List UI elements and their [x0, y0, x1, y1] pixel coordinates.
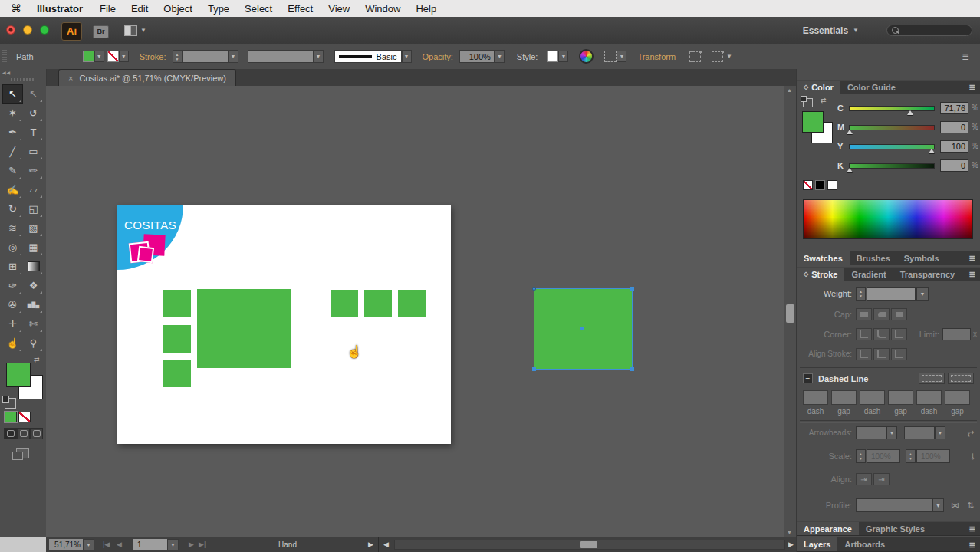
tool-direct-selection[interactable]: ↖	[23, 84, 44, 104]
tab-layers[interactable]: Layers	[797, 537, 837, 551]
minimize-window-button[interactable]	[23, 25, 32, 34]
tool-magic-wand[interactable]: ✶	[2, 104, 23, 123]
swap-arrowheads-icon[interactable]: ⇄	[967, 429, 974, 439]
tool-hand[interactable]: ☝	[2, 334, 23, 353]
tool-zoom[interactable]: ⚲	[23, 334, 44, 353]
workspace-switcher[interactable]: Essentials ▼	[803, 25, 859, 36]
menu-effect[interactable]: Effect	[280, 3, 321, 15]
align-stroke-inside-button[interactable]	[873, 348, 890, 360]
next-artboard-button[interactable]: ▶	[189, 540, 194, 548]
status-expand-icon[interactable]: ▶	[368, 540, 373, 548]
profile-select[interactable]	[856, 498, 932, 512]
chevron-down-icon[interactable]: ▼	[932, 498, 944, 512]
green-square[interactable]	[364, 290, 392, 317]
toolbar-grip[interactable]	[11, 78, 35, 80]
align-arrow-end-button[interactable]: ⇥	[873, 473, 890, 485]
scroll-left-icon[interactable]: ◀	[383, 540, 389, 548]
chevron-down-icon[interactable]: ▼	[886, 426, 897, 439]
stepper-down-icon[interactable]: ▼	[859, 456, 863, 461]
yellow-value-input[interactable]: 100	[940, 140, 968, 153]
menu-object[interactable]: Object	[156, 3, 200, 15]
align-stroke-outside-button[interactable]	[891, 348, 907, 360]
stroke-none-swatch[interactable]	[107, 51, 119, 62]
logo-magenta-square[interactable]	[137, 246, 154, 263]
align-options-control[interactable]: ▼	[704, 51, 732, 62]
chevron-down-icon[interactable]: ▼	[935, 426, 945, 439]
brush-definition-value[interactable]: Basic	[334, 50, 402, 63]
current-tool-status[interactable]: Hand	[230, 540, 345, 549]
transform-panel-link[interactable]: Transform	[637, 52, 676, 61]
panel-menu-icon[interactable]: ≣	[969, 254, 975, 262]
tool-line-segment[interactable]: ╱	[2, 142, 23, 161]
scale-end-input[interactable]: 100%	[916, 449, 950, 463]
cyan-slider[interactable]	[849, 106, 935, 111]
chevron-down-icon[interactable]: ▼	[558, 51, 568, 62]
gap-input[interactable]	[831, 390, 857, 405]
tool-shape-builder[interactable]: ◎	[2, 238, 23, 257]
tab-stroke[interactable]: ◇ Stroke	[797, 268, 844, 281]
zoom-window-button[interactable]	[40, 25, 49, 34]
panel-menu-icon[interactable]: ≣	[969, 270, 975, 278]
green-rectangle-large[interactable]	[197, 289, 291, 368]
menu-window[interactable]: Window	[357, 3, 408, 15]
tool-scale[interactable]: ◱	[23, 199, 44, 219]
menu-view[interactable]: View	[321, 3, 357, 15]
tool-perspective-grid[interactable]: ▦	[23, 238, 44, 257]
stroke-panel-link[interactable]: Stroke:	[140, 52, 166, 61]
tool-artboard[interactable]: ✛	[2, 314, 23, 334]
black-slider[interactable]	[849, 163, 935, 169]
vertical-scrollbar[interactable]: ▲ ▼	[784, 86, 796, 537]
stepper-down-icon[interactable]: ▼	[909, 456, 913, 461]
magenta-slider-thumb[interactable]	[847, 130, 853, 134]
brush-definition-control[interactable]: Basic ▼	[334, 50, 412, 63]
cyan-slider-thumb[interactable]	[907, 110, 913, 115]
select-similar-icon[interactable]	[604, 51, 617, 62]
opacity-value[interactable]: 100%	[459, 50, 495, 63]
yellow-slider-thumb[interactable]	[929, 149, 935, 153]
width-profile-value[interactable]	[248, 50, 314, 63]
gap-input[interactable]	[945, 390, 970, 405]
chevron-down-icon[interactable]: ▼	[94, 51, 104, 62]
dash-input[interactable]	[916, 390, 942, 405]
scale-end-stepper[interactable]: ▲ ▼	[906, 449, 916, 463]
projecting-cap-button[interactable]	[891, 308, 907, 320]
tab-color-guide[interactable]: Color Guide	[840, 80, 903, 94]
tab-graphic-styles[interactable]: Graphic Styles	[859, 522, 932, 535]
green-square[interactable]	[163, 325, 191, 353]
butt-cap-button[interactable]	[856, 308, 872, 320]
previous-artboard-button[interactable]: ◀	[117, 540, 122, 548]
flip-along-icon[interactable]: ⇅	[967, 501, 974, 511]
scale-start-stepper[interactable]: ▲ ▼	[856, 449, 866, 463]
magenta-value-input[interactable]: 0	[940, 121, 968, 133]
scroll-up-icon[interactable]: ▲	[787, 87, 792, 93]
arrowhead-end-select[interactable]	[904, 426, 935, 439]
scroll-down-icon[interactable]: ▼	[787, 530, 792, 535]
chevron-down-icon[interactable]: ▼	[495, 50, 505, 63]
scale-start-input[interactable]: 100%	[867, 449, 900, 463]
chevron-down-icon[interactable]: ▼	[229, 50, 238, 63]
color-spectrum-bar[interactable]	[803, 199, 973, 239]
tool-pencil[interactable]: ✏	[23, 161, 44, 180]
stroke-weight-stepper[interactable]: ▲ ▼	[173, 50, 183, 63]
panel-menu-icon[interactable]: ≣	[969, 83, 975, 91]
flip-across-icon[interactable]: ⋈	[951, 501, 959, 511]
align-icon[interactable]	[712, 51, 723, 62]
tool-blend[interactable]: ❖	[23, 276, 44, 295]
yellow-slider[interactable]	[849, 144, 935, 150]
opacity-control[interactable]: 100% ▼	[459, 50, 505, 63]
tool-lasso[interactable]: ↺	[23, 104, 44, 123]
recolor-artwork-icon[interactable]	[579, 49, 594, 64]
apple-logo-icon[interactable]: ⌘	[11, 2, 21, 15]
isolate-selected-object-icon[interactable]	[689, 51, 701, 62]
tab-swatches[interactable]: Swatches	[797, 251, 850, 264]
selection-handle[interactable]	[630, 367, 634, 371]
collapse-panel-icon[interactable]: ◇	[804, 271, 808, 278]
chevron-down-icon[interactable]: ▼	[119, 51, 129, 62]
black-swatch[interactable]	[815, 180, 825, 190]
fill-color-proxy[interactable]	[6, 363, 31, 387]
tab-artboards[interactable]: Artboards	[837, 537, 892, 551]
tool-eyedropper[interactable]: ✑	[2, 276, 23, 295]
last-artboard-button[interactable]: ▶|	[199, 540, 206, 548]
bridge-icon[interactable]: Br	[93, 25, 109, 38]
horizontal-scrollbar[interactable]	[394, 540, 785, 550]
